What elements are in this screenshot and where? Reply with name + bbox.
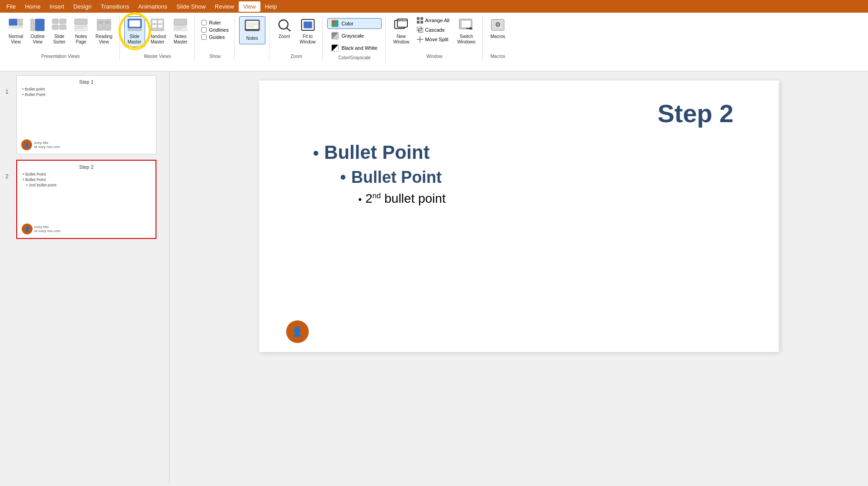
menu-design[interactable]: Design (69, 1, 96, 12)
slide-master-button[interactable]: SlideMaster (124, 16, 145, 47)
normal-view-button[interactable]: NormalView (5, 16, 26, 47)
arrange-all-label: Arrange All (425, 18, 449, 23)
notes-group: Notes (236, 15, 269, 61)
svg-rect-5 (35, 19, 44, 31)
gridlines-input[interactable] (201, 27, 207, 33)
black-and-white-button[interactable]: Black and White (327, 43, 381, 53)
menu-insert[interactable]: Insert (45, 1, 69, 12)
slide-thumbnail-1[interactable]: Step 1 • Bullet point • Bullet Point 👤 I… (16, 75, 156, 154)
svg-rect-25 (152, 20, 157, 24)
svg-rect-29 (174, 19, 187, 25)
arrange-all-icon (417, 17, 423, 24)
reading-view-button[interactable]: ReadingView (92, 16, 115, 47)
notes-master-label: NotesMaster (174, 34, 188, 45)
window-group-label: Window (426, 54, 443, 61)
outline-view-icon (30, 19, 45, 33)
notes-button[interactable]: Notes (239, 16, 265, 44)
move-split-button[interactable]: Move Split (415, 35, 451, 43)
guides-checkbox[interactable]: Guides (201, 34, 228, 40)
cascade-button[interactable]: Cascade (415, 26, 451, 34)
menu-home[interactable]: Home (20, 1, 45, 12)
svg-rect-26 (158, 20, 163, 24)
menu-view[interactable]: View (239, 1, 260, 12)
bullet-3-text: 2nd bullet point (365, 191, 445, 206)
avatar-name-1: Ivory Mix at ivory mix.com (34, 141, 60, 149)
notes-page-button[interactable]: NotesPage (71, 16, 91, 47)
slide-item-2[interactable]: 2 Step 2 • Bullet Point • Bullet Point •… (5, 160, 164, 239)
svg-rect-21 (129, 20, 140, 27)
outline-view-button[interactable]: OutlineView (27, 16, 48, 47)
bullet-3: • 2nd bullet point (313, 191, 752, 206)
macros-label: Macros (491, 34, 505, 39)
arrange-all-button[interactable]: Arrange All (415, 16, 451, 24)
show-checkboxes: Ruler Gridlines Guides (199, 16, 230, 43)
slide-item-1[interactable]: 1 Step 1 • Bullet point • Bullet Point 👤… (5, 75, 164, 154)
svg-rect-50 (417, 21, 420, 24)
menu-file[interactable]: File (2, 1, 20, 12)
avatar-line2-1: at ivory mix.com (34, 145, 60, 149)
notes-icon (244, 19, 260, 35)
svg-rect-3 (9, 26, 23, 28)
fit-to-window-button[interactable]: Fit toWindow (297, 16, 319, 47)
slide-panel[interactable]: 1 Step 1 • Bullet point • Bullet Point 👤… (0, 71, 170, 484)
ruler-checkbox[interactable]: Ruler (201, 20, 228, 25)
reading-view-label: ReadingView (95, 34, 112, 45)
new-window-button[interactable]: NewWindow (390, 16, 413, 47)
show-label: Show (209, 54, 221, 61)
svg-rect-41 (304, 22, 312, 28)
notes-master-button[interactable]: NotesMaster (170, 16, 191, 47)
menu-help[interactable]: Help (260, 1, 282, 12)
menu-animations[interactable]: Animations (134, 1, 172, 12)
normal-view-label: NormalView (9, 34, 23, 45)
avatar-circle-1: 👤 (21, 139, 32, 150)
svg-rect-0 (9, 19, 17, 25)
menu-slide-show[interactable]: Slide Show (172, 1, 210, 12)
slide-thumbnail-2[interactable]: Step 2 • Bullet Point • Bullet Point • 2… (16, 160, 156, 239)
color-options: Color Grayscale Black and White (327, 16, 381, 55)
black-and-white-label: Black and White (341, 45, 377, 51)
avatar-large-icon: 👤 (286, 320, 309, 343)
zoom-group-label: Zoom (291, 54, 302, 61)
gridlines-checkbox[interactable]: Gridlines (201, 27, 228, 33)
master-views-label: Master Views (144, 54, 171, 61)
switch-windows-button[interactable]: SwitchWindows (454, 16, 479, 47)
svg-rect-10 (75, 19, 87, 24)
slide-master-label: SlideMaster (127, 34, 142, 45)
move-split-label: Move Split (425, 37, 448, 42)
color-button[interactable]: Color (327, 18, 381, 29)
gridlines-label: Gridlines (209, 27, 228, 33)
macros-icon: ⚙ (491, 19, 505, 33)
menu-bar: File Home Insert Design Transitions Anim… (0, 0, 868, 13)
slide-avatar: 👤 (286, 320, 309, 343)
slide-main-title: Step 2 (286, 99, 752, 128)
guides-input[interactable] (201, 34, 207, 40)
slide-2-bullet-1: • Bullet Point (17, 172, 156, 177)
svg-rect-27 (152, 24, 157, 28)
slide-master-icon (127, 19, 142, 33)
svg-rect-57 (461, 20, 471, 28)
svg-rect-48 (417, 17, 420, 20)
svg-rect-7 (60, 19, 66, 24)
svg-rect-15 (104, 19, 111, 30)
macros-button[interactable]: ⚙ Macros (487, 16, 509, 42)
zoom-icon (277, 19, 292, 33)
color-label: Color (341, 21, 353, 26)
slide-view[interactable]: Step 2 • Bullet Point • Bullet Point • 2… (259, 81, 779, 352)
fit-to-window-label: Fit toWindow (300, 34, 316, 45)
zoom-button[interactable]: Zoom (274, 16, 295, 42)
grayscale-button[interactable]: Grayscale (327, 30, 381, 41)
macros-group: ⚙ Macros Macros (484, 15, 512, 61)
svg-rect-9 (60, 25, 66, 29)
menu-transitions[interactable]: Transitions (96, 1, 134, 12)
handout-master-button[interactable]: HandoutMaster (146, 16, 170, 47)
master-views-group: SlideMaster HandoutMaster (121, 15, 195, 61)
new-window-icon (394, 19, 409, 33)
slide-2-bullet-3: • 2nd bullet point (17, 182, 156, 188)
ruler-input[interactable] (201, 20, 207, 25)
outline-view-label: OutlineView (30, 34, 45, 45)
avatar-line1-2: Ivory Mix (34, 225, 61, 229)
svg-point-46 (400, 19, 401, 20)
color-grayscale-label: Color/Grayscale (338, 55, 371, 62)
menu-review[interactable]: Review (210, 1, 239, 12)
slide-sorter-button[interactable]: SlideSorter (49, 16, 70, 47)
